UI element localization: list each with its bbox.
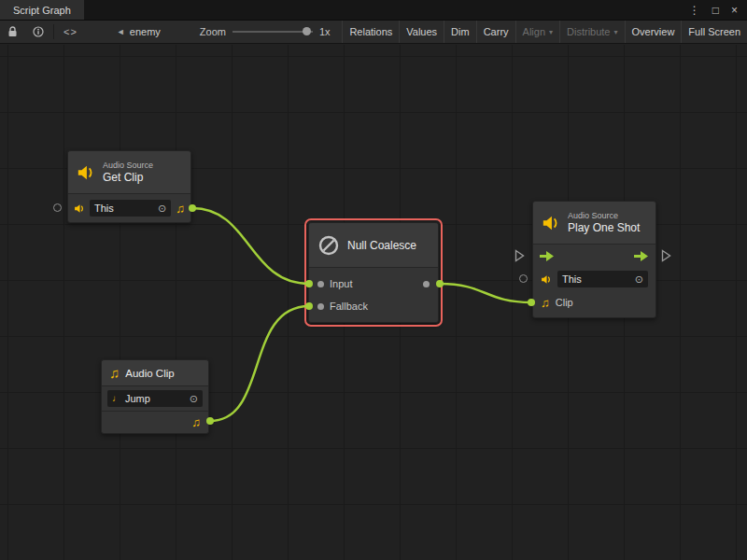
fallback-port[interactable] xyxy=(317,303,324,310)
node-audio-clip-header[interactable]: ♫ Audio Clip xyxy=(102,360,208,386)
info-button[interactable] xyxy=(25,21,51,43)
toolbar-buttons: Relations Values Dim Carry Align▾ Distri… xyxy=(342,21,747,43)
node-play-header[interactable]: Audio Source Play One Shot xyxy=(533,202,655,245)
clip-output-port-icon[interactable]: ♫ xyxy=(176,203,185,215)
maximize-icon[interactable]: □ xyxy=(712,4,719,17)
distribute-label: Distribute xyxy=(567,26,610,37)
flow-in-external-port[interactable] xyxy=(514,249,525,262)
fullscreen-button[interactable]: Full Screen xyxy=(681,21,747,43)
clip-label: Clip xyxy=(556,297,573,308)
overview-button[interactable]: Overview xyxy=(625,21,682,43)
flow-out-port-icon[interactable] xyxy=(634,251,649,261)
close-icon[interactable]: × xyxy=(731,4,738,17)
play-self-port[interactable] xyxy=(519,274,528,283)
flow-out-external-port[interactable] xyxy=(661,249,671,262)
graph-canvas[interactable]: Audio Source Get Clip This ⊙ ♫ xyxy=(0,45,747,560)
toolbar-separator xyxy=(53,24,54,39)
graph-name-label: enemy xyxy=(130,26,161,37)
target-value: This xyxy=(94,203,114,214)
input-label: Input xyxy=(330,278,417,289)
node-play-one-shot[interactable]: Audio Source Play One Shot xyxy=(532,201,656,318)
chevron-down-icon: ▾ xyxy=(549,28,553,36)
align-button[interactable]: Align▾ xyxy=(515,21,559,43)
node-category: Audio Source xyxy=(103,161,153,171)
graph-toolbar: <> ◄ enemy Zoom 1x Relations Values Dim … xyxy=(0,21,747,44)
result-output-port[interactable] xyxy=(423,281,430,287)
node-title-block: Audio Source Get Clip xyxy=(103,161,153,184)
flow-port-row xyxy=(533,245,655,267)
clip-type-icon: ♩ xyxy=(112,394,121,403)
speaker-icon xyxy=(541,274,552,285)
script-graph-window: Script Graph ⋮ □ × <> xyxy=(0,0,747,560)
null-coalesce-icon xyxy=(317,234,340,257)
clip-output-row: ♫ xyxy=(102,411,208,433)
object-picker-icon[interactable]: ⊙ xyxy=(190,393,198,405)
clip-value: Jump xyxy=(125,393,150,404)
wire-audioclip-to-fallback[interactable] xyxy=(210,306,309,421)
node-title: Play One Shot xyxy=(568,221,640,234)
target-dropdown[interactable]: This ⊙ xyxy=(557,271,648,287)
node-category: Audio Source xyxy=(568,211,640,221)
zoom-control: Zoom 1x xyxy=(192,21,338,43)
node-get-clip-header[interactable]: Audio Source Get Clip xyxy=(68,151,190,194)
audio-clip-icon: ♫ xyxy=(109,366,120,380)
target-dropdown[interactable]: This ⊙ xyxy=(90,200,171,217)
carry-label: Carry xyxy=(484,26,509,37)
fallback-label: Fallback xyxy=(330,301,430,312)
node-null-ports: Input Fallback xyxy=(309,268,438,322)
more-menu-icon[interactable]: ⋮ xyxy=(689,4,700,17)
zoom-slider[interactable] xyxy=(233,31,313,33)
audio-source-icon xyxy=(77,164,95,181)
code-view-button[interactable]: <> xyxy=(56,21,85,43)
object-picker-icon[interactable]: ⊙ xyxy=(158,203,166,215)
dim-label: Dim xyxy=(451,26,470,37)
target-row: This ⊙ xyxy=(533,267,655,291)
fallback-port-row: Fallback xyxy=(309,295,438,317)
carry-button[interactable]: Carry xyxy=(476,21,515,43)
wire-getclip-to-input[interactable] xyxy=(192,208,309,284)
code-icon: <> xyxy=(63,26,78,37)
toolbar-gap xyxy=(168,21,192,43)
node-null-coalesce[interactable]: Null Coalesce Input Fallback xyxy=(308,222,439,323)
node-title: Null Coalesce xyxy=(347,239,416,252)
dim-button[interactable]: Dim xyxy=(444,21,476,43)
overview-label: Overview xyxy=(632,26,675,37)
titlebar-spacer xyxy=(84,0,689,20)
object-picker-icon[interactable]: ⊙ xyxy=(635,273,643,286)
tab-script-graph[interactable]: Script Graph xyxy=(0,0,84,20)
back-icon: ◄ xyxy=(117,27,125,36)
clip-input-port-icon[interactable]: ♫ xyxy=(541,297,550,309)
input-port-row: Input xyxy=(309,273,438,295)
clip-output-port-icon[interactable]: ♫ xyxy=(191,416,201,428)
input-port[interactable] xyxy=(317,281,324,287)
node-null-header[interactable]: Null Coalesce xyxy=(309,223,438,268)
flow-in-port-icon[interactable] xyxy=(540,251,555,261)
distribute-button[interactable]: Distribute▾ xyxy=(559,21,624,43)
audio-source-icon xyxy=(542,215,560,231)
fullscreen-label: Full Screen xyxy=(688,26,740,37)
lock-icon xyxy=(7,26,18,37)
node-get-clip-body: This ⊙ ♫ xyxy=(68,194,190,222)
target-value: This xyxy=(562,273,582,285)
graph-breadcrumb[interactable]: ◄ enemy xyxy=(109,21,168,43)
relations-button[interactable]: Relations xyxy=(342,21,399,43)
speaker-icon xyxy=(74,203,85,214)
node-audio-clip[interactable]: ♫ Audio Clip ♩ Jump ⊙ ♫ xyxy=(101,359,209,434)
relations-label: Relations xyxy=(349,26,392,37)
wire-null-to-clip[interactable] xyxy=(440,284,531,302)
tab-title: Script Graph xyxy=(13,5,71,16)
values-label: Values xyxy=(406,26,437,37)
zoom-label: Zoom xyxy=(200,26,226,37)
clip-input-row: ♫ Clip xyxy=(533,291,655,314)
clip-dropdown[interactable]: ♩ Jump ⊙ xyxy=(107,390,203,407)
info-icon xyxy=(33,26,44,37)
get-clip-self-port[interactable] xyxy=(53,203,62,212)
node-get-clip[interactable]: Audio Source Get Clip This ⊙ ♫ xyxy=(67,150,191,223)
clip-value-row: ♩ Jump ⊙ xyxy=(102,386,208,411)
zoom-slider-handle[interactable] xyxy=(303,27,311,35)
values-button[interactable]: Values xyxy=(399,21,444,43)
titlebar: Script Graph ⋮ □ × xyxy=(0,0,747,21)
chevron-down-icon: ▾ xyxy=(614,28,618,36)
node-title-block: Audio Source Play One Shot xyxy=(568,211,640,234)
lock-button[interactable] xyxy=(0,21,25,43)
